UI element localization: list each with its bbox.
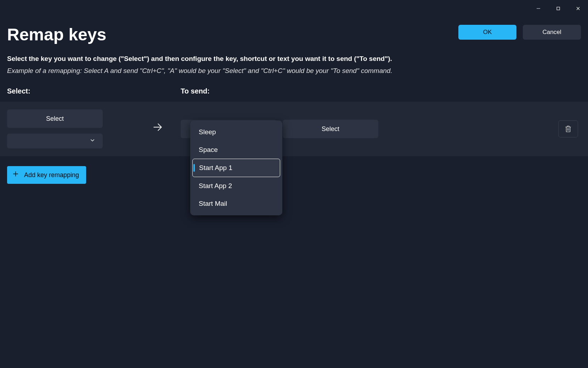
window: Remap keys OK Cancel Select the key you … <box>0 0 588 368</box>
dropdown-item-space[interactable]: Space <box>192 141 280 159</box>
dropdown-item-start-app-2[interactable]: Start App 2 <box>192 177 280 195</box>
select-shortcut-button[interactable]: Select <box>283 120 378 138</box>
dropdown-item-start-app-1[interactable]: Start App 1 <box>192 159 280 177</box>
trash-icon <box>564 125 572 133</box>
minimize-button[interactable] <box>528 3 548 14</box>
add-remapping-button[interactable]: Add key remapping <box>7 166 86 184</box>
select-key-button[interactable]: Select <box>7 109 103 128</box>
arrow-separator <box>135 121 181 136</box>
ok-button[interactable]: OK <box>458 25 516 40</box>
chevron-down-icon <box>90 138 95 144</box>
plus-icon <box>12 170 19 180</box>
example-text: Example of a remapping: Select A and sen… <box>7 67 581 75</box>
page-title: Remap keys <box>7 25 106 44</box>
svg-rect-1 <box>557 7 560 10</box>
cancel-button[interactable]: Cancel <box>523 25 581 40</box>
titlebar-buttons <box>528 3 588 14</box>
column-headers: Select: To send: <box>7 87 581 95</box>
maximize-button[interactable] <box>548 3 568 14</box>
mapping-row: Select Select <box>0 102 588 156</box>
add-remapping-label: Add key remapping <box>24 171 79 179</box>
close-button[interactable] <box>568 3 588 14</box>
select-key-dropdown[interactable] <box>7 134 103 148</box>
action-buttons: OK Cancel <box>458 25 581 40</box>
close-icon <box>576 6 580 11</box>
delete-row-button[interactable] <box>558 120 578 137</box>
select-column-header: Select: <box>7 87 181 95</box>
titlebar <box>0 0 588 14</box>
dropdown-item-sleep[interactable]: Sleep <box>192 123 280 141</box>
dropdown-menu: Sleep Space Start App 1 Start App 2 Star… <box>190 120 282 215</box>
arrow-right-icon <box>152 121 163 133</box>
dropdown-item-start-mail[interactable]: Start Mail <box>192 195 280 213</box>
description-text: Select the key you want to change ("Sele… <box>7 55 581 63</box>
minimize-icon <box>536 6 541 11</box>
select-column: Select <box>7 109 135 148</box>
maximize-icon <box>556 6 560 11</box>
header-row: Remap keys OK Cancel <box>7 14 581 55</box>
tosend-column-header: To send: <box>181 87 210 95</box>
content-area: Remap keys OK Cancel Select the key you … <box>0 14 588 368</box>
